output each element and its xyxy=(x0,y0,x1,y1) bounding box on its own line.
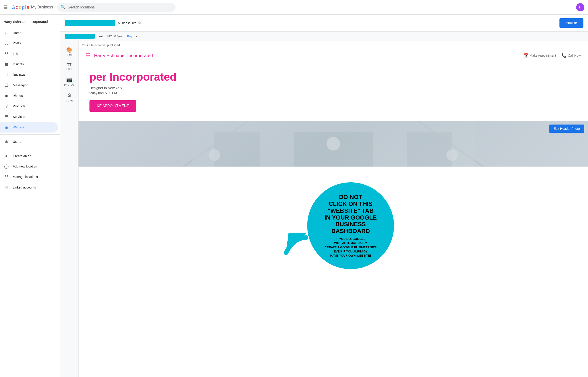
nav-insights[interactable]: ◼ Insights xyxy=(0,59,58,70)
preview-actions: 📅 Make Appointment 📞 Call Now xyxy=(523,53,581,58)
dropdown-arrow-icon[interactable]: ▾ xyxy=(136,35,137,38)
svg-point-9 xyxy=(446,149,458,161)
manage-locations-icon: ☷ xyxy=(4,174,9,179)
nav-products[interactable]: ☉ Products xyxy=(0,101,58,111)
url-display: ██████████████████ .business.site ✎ xyxy=(65,20,142,26)
call-now-action[interactable]: 📞 Call Now xyxy=(562,53,581,58)
nav-posts[interactable]: ☷ Posts xyxy=(0,38,58,48)
edit-label: EDIT xyxy=(67,68,72,70)
tools-panel: 🎨 THEMES TT EDIT 📷 PHOTOS ⚙ MORE xyxy=(60,41,78,377)
photos-tool-label: PHOTOS xyxy=(64,84,74,86)
avatar[interactable]: H xyxy=(576,3,584,12)
sidebar: Harry Schnaper Incorporated ⌂ Home ☷ Pos… xyxy=(0,15,60,377)
edit-text-icon: TT xyxy=(67,63,72,67)
nav-products-label: Products xyxy=(13,105,25,108)
site-preview: ☰ Harry Schnaper Incorporated 📅 Make App… xyxy=(78,49,588,376)
nav-services[interactable]: ☰ Services xyxy=(0,111,58,122)
edit-header-photo-button[interactable]: Edit Header Photo xyxy=(549,125,584,133)
make-appointment-label: Make Appointment xyxy=(530,54,556,57)
nav-create-ad[interactable]: ▲ Create an ad xyxy=(0,151,58,161)
hamburger-icon[interactable]: ☰ xyxy=(4,5,8,10)
calendar-icon: 📅 xyxy=(523,53,528,58)
users-icon: ⊕ xyxy=(4,139,9,144)
domain-price: $12.00 /year xyxy=(107,35,123,38)
insights-icon: ◼ xyxy=(4,62,9,67)
nav-manage-locations-label: Manage locations xyxy=(13,175,38,179)
more-icon: ⚙ xyxy=(67,93,72,98)
google-logo: Google My Business xyxy=(11,4,53,10)
home-icon: ⌂ xyxy=(4,30,9,35)
preview-business-name: Harry Schnaper Incorporated xyxy=(94,53,523,58)
nav-messaging[interactable]: ☐ Messaging xyxy=(0,80,58,91)
nav-create-ad-label: Create an ad xyxy=(13,154,31,158)
nav-insights-label: Insights xyxy=(13,62,24,66)
top-right-actions: ⋮⋮⋮ H xyxy=(557,3,584,12)
nav-divider xyxy=(0,134,60,135)
nav-linked-accounts[interactable]: ⚛ Linked accounts xyxy=(0,182,58,193)
nav-info[interactable]: ☷ Info xyxy=(0,48,58,59)
nav-website-label: Website xyxy=(13,125,24,129)
add-location-icon: ◯ xyxy=(4,164,9,169)
nav-manage-locations[interactable]: ☷ Manage locations xyxy=(0,172,58,182)
nav-messaging-label: Messaging xyxy=(13,83,28,87)
nav-info-label: Info xyxy=(13,52,18,56)
header-photo-area: Edit Header Photo xyxy=(78,121,588,166)
tool-themes[interactable]: 🎨 THEMES xyxy=(61,45,77,59)
tool-more[interactable]: ⚙ MORE xyxy=(61,90,77,104)
themes-label: THEMES xyxy=(64,54,74,57)
nav-reviews-label: Reviews xyxy=(13,73,25,77)
nav-photos-label: Photos xyxy=(13,94,23,98)
url-suffix: .business.site xyxy=(117,21,136,25)
site-editor: 🎨 THEMES TT EDIT 📷 PHOTOS ⚙ MORE xyxy=(60,41,588,377)
nav-linked-accounts-label: Linked accounts xyxy=(13,186,36,189)
nav-posts-label: Posts xyxy=(13,41,21,45)
grid-icon[interactable]: ⋮⋮⋮ xyxy=(557,4,573,10)
not-published-bar: Your site is not yet published xyxy=(78,41,588,49)
nav-users-label: Users xyxy=(13,140,21,143)
search-bar: 🔍 xyxy=(57,3,176,12)
search-input[interactable] xyxy=(68,5,172,9)
buy-button[interactable]: Buy xyxy=(127,35,132,38)
svg-point-8 xyxy=(209,149,220,161)
nav-divider-2 xyxy=(0,149,60,149)
logo-text: My Business xyxy=(31,5,53,10)
nav-users[interactable]: ⊕ Users xyxy=(0,136,58,147)
header-photo-bg xyxy=(78,121,588,166)
posts-icon: ☷ xyxy=(4,41,9,46)
domain-highlight: ████████████ xyxy=(65,34,95,39)
content-area: ██████████████████ .business.site ✎ Publ… xyxy=(60,15,588,377)
nav-website[interactable]: ▣ Website xyxy=(0,122,58,132)
top-bar: ☰ Google My Business 🔍 ⋮⋮⋮ H xyxy=(0,0,588,15)
url-highlight: ██████████████████ xyxy=(65,20,115,26)
domain-bar: ████████████ .net $12.00 /year Buy ▾ xyxy=(60,32,588,41)
products-icon: ☉ xyxy=(4,104,9,109)
warning-overlay: DO NOTCLICK ON THIS"WEBSITE" TABIN YOUR … xyxy=(307,182,394,269)
reviews-icon: ☐ xyxy=(4,72,9,77)
warning-bubble: DO NOTCLICK ON THIS"WEBSITE" TABIN YOUR … xyxy=(307,182,394,269)
website-icon: ▣ xyxy=(4,125,9,130)
photos-tool-icon: 📷 xyxy=(66,77,72,83)
nav-home[interactable]: ⌂ Home xyxy=(0,28,58,38)
nav-add-location[interactable]: ◯ Add new location xyxy=(0,161,58,172)
make-appointment-action[interactable]: 📅 Make Appointment xyxy=(523,53,556,58)
warning-title: DO NOTCLICK ON THIS"WEBSITE" TABIN YOUR … xyxy=(316,194,385,235)
nav-photos[interactable]: ◾ Photos xyxy=(0,91,58,101)
phone-icon: 📞 xyxy=(562,53,566,58)
tool-photos[interactable]: 📷 PHOTOS xyxy=(61,74,77,88)
call-now-label: Call Now xyxy=(568,54,581,57)
warning-body: IF YOU DO, GOOGLEWILL AUTOMATICALLYCREAT… xyxy=(325,237,377,258)
more-label: MORE xyxy=(66,99,73,102)
url-bar: ██████████████████ .business.site ✎ Publ… xyxy=(60,15,588,32)
info-icon: ☷ xyxy=(4,51,9,56)
business-name: Harry Schnaper Incorporated xyxy=(0,15,60,28)
edit-icon[interactable]: ✎ xyxy=(138,21,142,26)
preview-tagline: per Incorporated xyxy=(89,71,577,83)
svg-rect-5 xyxy=(407,132,452,166)
search-icon: 🔍 xyxy=(60,5,66,10)
preview-menu-icon[interactable]: ☰ xyxy=(86,53,90,59)
tool-edit[interactable]: TT EDIT xyxy=(61,60,77,73)
preview-hours: today until 5:00 PM xyxy=(89,91,577,95)
publish-button[interactable]: Publish xyxy=(559,18,583,28)
preview-cta-button[interactable]: KE APPOINTMENT xyxy=(89,100,136,112)
nav-reviews[interactable]: ☐ Reviews xyxy=(0,70,58,80)
